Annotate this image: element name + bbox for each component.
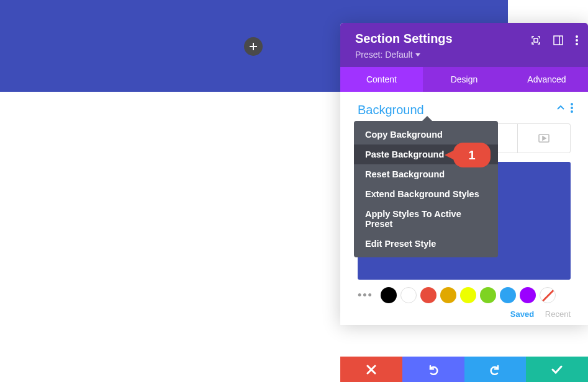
close-icon xyxy=(366,365,376,375)
swatch-white[interactable] xyxy=(400,287,417,303)
svg-point-6 xyxy=(571,103,573,105)
menu-copy-background[interactable]: Copy Background xyxy=(354,125,498,144)
undo-button[interactable] xyxy=(402,357,464,382)
undo-icon xyxy=(428,364,439,375)
focus-icon[interactable] xyxy=(531,35,541,45)
video-icon xyxy=(538,134,550,143)
plus-icon xyxy=(250,43,257,50)
bg-type-video[interactable] xyxy=(518,123,571,153)
swatch-red[interactable] xyxy=(420,287,436,303)
swatch-green[interactable] xyxy=(480,287,496,303)
menu-extend-styles[interactable]: Extend Background Styles xyxy=(354,184,498,204)
color-swatches: ••• xyxy=(340,287,588,309)
menu-edit-preset[interactable]: Edit Preset Style xyxy=(354,234,498,254)
add-section-button[interactable] xyxy=(244,37,263,56)
caret-down-icon xyxy=(415,53,420,56)
swatch-black[interactable] xyxy=(381,287,397,303)
panel-tabs: Content Design Advanced xyxy=(340,67,588,92)
redo-icon xyxy=(489,364,500,375)
swatch-yellow[interactable] xyxy=(460,287,476,303)
section-title[interactable]: Background xyxy=(358,103,571,117)
swatch-blue[interactable] xyxy=(500,287,516,303)
collapse-icon[interactable] xyxy=(557,105,564,110)
menu-apply-preset[interactable]: Apply Styles To Active Preset xyxy=(354,204,498,234)
preset-selector[interactable]: Preset: Default xyxy=(355,50,573,60)
check-icon xyxy=(551,365,563,374)
svg-point-8 xyxy=(571,110,573,113)
panel-header: Section Settings Preset: Default xyxy=(340,23,588,67)
svg-point-4 xyxy=(576,39,578,42)
recent-tab[interactable]: Recent xyxy=(545,309,571,319)
tab-content[interactable]: Content xyxy=(340,67,423,92)
svg-point-7 xyxy=(571,107,573,109)
context-menu: Copy Background Paste Background Reset B… xyxy=(354,121,498,257)
swatch-purple[interactable] xyxy=(520,287,536,303)
swatch-none[interactable] xyxy=(540,287,556,303)
more-swatches-icon[interactable]: ••• xyxy=(358,289,373,302)
background-section: Background xyxy=(340,92,588,123)
save-button[interactable] xyxy=(526,357,588,382)
svg-point-3 xyxy=(576,35,578,38)
annotation-callout: 1 xyxy=(453,143,491,167)
more-vertical-icon[interactable] xyxy=(576,35,578,45)
panel-footer xyxy=(340,357,588,382)
svg-point-5 xyxy=(576,43,578,45)
svg-rect-1 xyxy=(554,36,563,45)
tab-advanced[interactable]: Advanced xyxy=(505,67,588,92)
swatch-tabs: Saved Recent xyxy=(340,309,588,325)
section-more-icon[interactable] xyxy=(571,103,573,113)
redo-button[interactable] xyxy=(464,357,527,382)
saved-tab[interactable]: Saved xyxy=(510,309,534,319)
close-button[interactable] xyxy=(340,357,402,382)
callout-number: 1 xyxy=(468,148,475,162)
layout-icon[interactable] xyxy=(553,35,563,45)
svg-rect-0 xyxy=(534,38,538,42)
swatch-orange[interactable] xyxy=(440,287,456,303)
tab-design[interactable]: Design xyxy=(423,67,505,92)
